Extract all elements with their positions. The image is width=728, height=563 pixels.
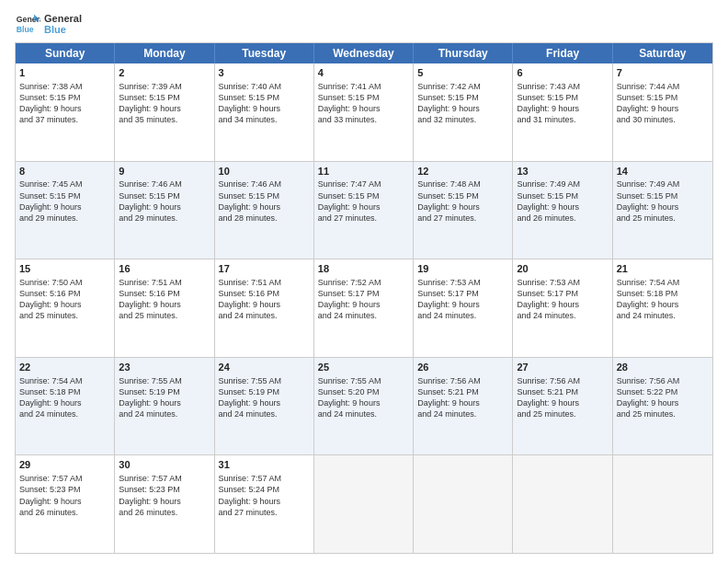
day-info: Sunrise: 7:42 AM Sunset: 5:15 PM Dayligh… <box>417 81 508 126</box>
day-header-tuesday: Tuesday <box>215 43 314 63</box>
day-info: Sunrise: 7:56 AM Sunset: 5:21 PM Dayligh… <box>417 375 508 420</box>
day-cell-24: 24Sunrise: 7:55 AM Sunset: 5:19 PM Dayli… <box>215 358 314 455</box>
day-info: Sunrise: 7:49 AM Sunset: 5:15 PM Dayligh… <box>517 178 608 224</box>
day-number: 13 <box>517 165 608 178</box>
day-number: 6 <box>517 66 608 80</box>
day-info: Sunrise: 7:55 AM Sunset: 5:19 PM Dayligh… <box>219 375 310 420</box>
day-cell-8: 8Sunrise: 7:45 AM Sunset: 5:15 PM Daylig… <box>16 162 115 259</box>
day-cell-17: 17Sunrise: 7:51 AM Sunset: 5:16 PM Dayli… <box>215 259 314 357</box>
day-info: Sunrise: 7:38 AM Sunset: 5:15 PM Dayligh… <box>19 81 110 126</box>
day-cell-9: 9Sunrise: 7:46 AM Sunset: 5:15 PM Daylig… <box>115 162 214 259</box>
day-info: Sunrise: 7:53 AM Sunset: 5:17 PM Dayligh… <box>417 277 508 322</box>
day-cell-10: 10Sunrise: 7:46 AM Sunset: 5:15 PM Dayli… <box>215 162 314 259</box>
day-info: Sunrise: 7:43 AM Sunset: 5:15 PM Dayligh… <box>517 81 608 126</box>
day-cell-28: 28Sunrise: 7:56 AM Sunset: 5:22 PM Dayli… <box>613 358 712 455</box>
day-cell-20: 20Sunrise: 7:53 AM Sunset: 5:17 PM Dayli… <box>513 259 612 357</box>
page: General Blue General Blue SundayMondayTu… <box>0 0 728 563</box>
empty-cell <box>613 455 712 553</box>
day-info: Sunrise: 7:47 AM Sunset: 5:15 PM Dayligh… <box>318 178 409 224</box>
day-number: 29 <box>19 458 110 472</box>
empty-cell <box>513 455 612 553</box>
calendar-header: SundayMondayTuesdayWednesdayThursdayFrid… <box>16 43 712 63</box>
day-number: 4 <box>318 66 409 80</box>
day-cell-21: 21Sunrise: 7:54 AM Sunset: 5:18 PM Dayli… <box>613 259 712 357</box>
empty-cell <box>414 455 513 553</box>
day-cell-6: 6Sunrise: 7:43 AM Sunset: 5:15 PM Daylig… <box>513 63 612 161</box>
day-number: 14 <box>617 165 709 178</box>
calendar-row-5: 29Sunrise: 7:57 AM Sunset: 5:23 PM Dayli… <box>16 454 712 553</box>
day-info: Sunrise: 7:41 AM Sunset: 5:15 PM Dayligh… <box>318 81 409 126</box>
day-number: 2 <box>119 66 210 80</box>
day-header-thursday: Thursday <box>414 43 513 63</box>
day-cell-4: 4Sunrise: 7:41 AM Sunset: 5:15 PM Daylig… <box>314 63 414 161</box>
day-info: Sunrise: 7:49 AM Sunset: 5:15 PM Dayligh… <box>617 178 709 224</box>
day-cell-27: 27Sunrise: 7:56 AM Sunset: 5:21 PM Dayli… <box>513 358 612 455</box>
day-header-friday: Friday <box>513 43 612 63</box>
day-header-sunday: Sunday <box>16 43 115 63</box>
day-cell-15: 15Sunrise: 7:50 AM Sunset: 5:16 PM Dayli… <box>16 259 115 357</box>
day-number: 24 <box>219 361 310 374</box>
logo-icon: General Blue <box>15 11 40 37</box>
day-cell-1: 1Sunrise: 7:38 AM Sunset: 5:15 PM Daylig… <box>16 63 115 161</box>
day-number: 27 <box>517 361 608 374</box>
day-info: Sunrise: 7:51 AM Sunset: 5:16 PM Dayligh… <box>119 277 210 322</box>
day-cell-22: 22Sunrise: 7:54 AM Sunset: 5:18 PM Dayli… <box>16 358 115 455</box>
day-number: 28 <box>617 361 709 374</box>
day-number: 1 <box>19 66 110 80</box>
day-cell-14: 14Sunrise: 7:49 AM Sunset: 5:15 PM Dayli… <box>613 162 712 259</box>
day-number: 20 <box>517 262 608 276</box>
day-cell-23: 23Sunrise: 7:55 AM Sunset: 5:19 PM Dayli… <box>115 358 214 455</box>
calendar-row-4: 22Sunrise: 7:54 AM Sunset: 5:18 PM Dayli… <box>16 357 712 455</box>
logo-text-line1: General <box>44 13 82 24</box>
day-number: 3 <box>219 66 310 80</box>
day-info: Sunrise: 7:57 AM Sunset: 5:23 PM Dayligh… <box>19 473 110 518</box>
day-cell-7: 7Sunrise: 7:44 AM Sunset: 5:15 PM Daylig… <box>613 63 712 161</box>
day-cell-13: 13Sunrise: 7:49 AM Sunset: 5:15 PM Dayli… <box>513 162 612 259</box>
day-info: Sunrise: 7:46 AM Sunset: 5:15 PM Dayligh… <box>219 178 310 224</box>
calendar-row-1: 1Sunrise: 7:38 AM Sunset: 5:15 PM Daylig… <box>16 63 712 161</box>
day-info: Sunrise: 7:57 AM Sunset: 5:24 PM Dayligh… <box>219 473 310 518</box>
day-number: 25 <box>318 361 409 374</box>
day-info: Sunrise: 7:54 AM Sunset: 5:18 PM Dayligh… <box>19 375 110 420</box>
day-number: 10 <box>219 165 310 178</box>
header: General Blue General Blue <box>15 11 713 37</box>
day-number: 5 <box>417 66 508 80</box>
day-number: 26 <box>417 361 508 374</box>
day-number: 11 <box>318 165 409 178</box>
day-number: 7 <box>617 66 709 80</box>
day-info: Sunrise: 7:57 AM Sunset: 5:23 PM Dayligh… <box>119 473 210 518</box>
day-info: Sunrise: 7:50 AM Sunset: 5:16 PM Dayligh… <box>19 277 110 322</box>
day-header-monday: Monday <box>115 43 214 63</box>
day-info: Sunrise: 7:54 AM Sunset: 5:18 PM Dayligh… <box>617 277 709 322</box>
calendar: SundayMondayTuesdayWednesdayThursdayFrid… <box>15 42 713 554</box>
day-number: 23 <box>119 361 210 374</box>
day-info: Sunrise: 7:56 AM Sunset: 5:22 PM Dayligh… <box>617 375 709 420</box>
day-cell-3: 3Sunrise: 7:40 AM Sunset: 5:15 PM Daylig… <box>215 63 314 161</box>
day-cell-26: 26Sunrise: 7:56 AM Sunset: 5:21 PM Dayli… <box>414 358 513 455</box>
logo: General Blue General Blue <box>15 11 82 37</box>
day-info: Sunrise: 7:39 AM Sunset: 5:15 PM Dayligh… <box>119 81 210 126</box>
day-info: Sunrise: 7:56 AM Sunset: 5:21 PM Dayligh… <box>517 375 608 420</box>
day-info: Sunrise: 7:46 AM Sunset: 5:15 PM Dayligh… <box>119 178 210 224</box>
day-info: Sunrise: 7:40 AM Sunset: 5:15 PM Dayligh… <box>219 81 310 126</box>
day-cell-16: 16Sunrise: 7:51 AM Sunset: 5:16 PM Dayli… <box>115 259 214 357</box>
day-info: Sunrise: 7:52 AM Sunset: 5:17 PM Dayligh… <box>318 277 409 322</box>
day-number: 8 <box>19 165 110 178</box>
day-number: 9 <box>119 165 210 178</box>
day-cell-11: 11Sunrise: 7:47 AM Sunset: 5:15 PM Dayli… <box>314 162 414 259</box>
logo-text-line2: Blue <box>44 24 82 35</box>
day-cell-18: 18Sunrise: 7:52 AM Sunset: 5:17 PM Dayli… <box>314 259 414 357</box>
day-cell-19: 19Sunrise: 7:53 AM Sunset: 5:17 PM Dayli… <box>414 259 513 357</box>
day-cell-30: 30Sunrise: 7:57 AM Sunset: 5:23 PM Dayli… <box>115 455 214 553</box>
day-info: Sunrise: 7:53 AM Sunset: 5:17 PM Dayligh… <box>517 277 608 322</box>
day-info: Sunrise: 7:44 AM Sunset: 5:15 PM Dayligh… <box>617 81 709 126</box>
calendar-body: 1Sunrise: 7:38 AM Sunset: 5:15 PM Daylig… <box>16 63 712 553</box>
day-info: Sunrise: 7:45 AM Sunset: 5:15 PM Dayligh… <box>19 178 110 224</box>
empty-cell <box>314 455 414 553</box>
day-info: Sunrise: 7:55 AM Sunset: 5:20 PM Dayligh… <box>318 375 409 420</box>
day-cell-5: 5Sunrise: 7:42 AM Sunset: 5:15 PM Daylig… <box>414 63 513 161</box>
day-number: 31 <box>219 458 310 472</box>
day-number: 15 <box>19 262 110 276</box>
day-cell-25: 25Sunrise: 7:55 AM Sunset: 5:20 PM Dayli… <box>314 358 414 455</box>
day-number: 12 <box>417 165 508 178</box>
